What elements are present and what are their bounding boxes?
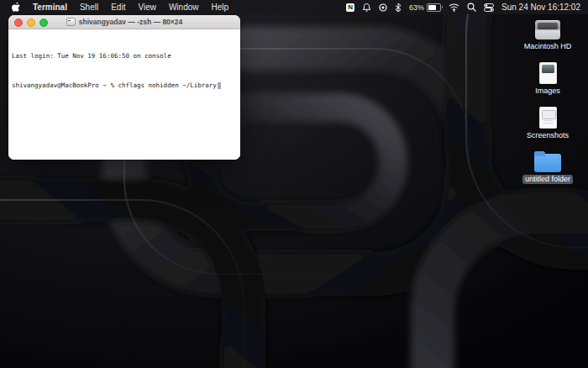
- desktop-icon-screenshots[interactable]: Screenshots: [512, 107, 583, 140]
- terminal-line-lastlogin: Last login: Tue Nov 19 16:06:50 on conso…: [12, 51, 237, 61]
- control-center-icon[interactable]: [484, 0, 494, 14]
- icon-label: Screenshots: [524, 131, 571, 140]
- image-file-icon: [539, 62, 557, 84]
- terminal-titlebar[interactable]: shivangyadav — -zsh — 80×24: [8, 15, 240, 29]
- icon-label: Images: [533, 87, 563, 96]
- desktop-icon-untitled-folder[interactable]: untitled folder: [512, 150, 583, 184]
- menu-app-name[interactable]: Terminal: [27, 0, 73, 14]
- terminal-content[interactable]: Last login: Tue Nov 19 16:06:50 on conso…: [8, 29, 240, 160]
- wifi-icon[interactable]: [449, 0, 459, 14]
- terminal-proxy-icon: [66, 18, 76, 26]
- battery-percent: 63%: [409, 3, 424, 12]
- desktop-icon-column: Macintosh HD Images Screenshots untitled…: [512, 20, 583, 184]
- traffic-lights: [14, 18, 48, 27]
- menu-help[interactable]: Help: [206, 0, 235, 14]
- terminal-line-prompt: shivangyadav@MacBookPro ~ % chflags nohi…: [12, 81, 237, 91]
- zoom-button[interactable]: [39, 18, 48, 27]
- terminal-cursor: [218, 82, 222, 89]
- spotlight-search-icon[interactable]: [467, 0, 476, 14]
- menu-view[interactable]: View: [132, 0, 162, 14]
- bell-icon[interactable]: [362, 0, 371, 14]
- desktop-icon-images[interactable]: Images: [512, 62, 583, 96]
- menu-shell[interactable]: Shell: [74, 0, 104, 14]
- bluetooth-icon[interactable]: [395, 0, 402, 14]
- menu-clock[interactable]: Sun 24 Nov 16:12:02: [501, 3, 580, 12]
- screenshot-file-icon: [539, 107, 557, 129]
- menu-edit[interactable]: Edit: [105, 0, 131, 14]
- minimize-button[interactable]: [27, 18, 35, 27]
- close-button[interactable]: [14, 18, 23, 27]
- apple-menu-icon[interactable]: [7, 2, 26, 13]
- icon-label: Macintosh HD: [522, 42, 575, 51]
- hard-drive-icon: [535, 20, 560, 39]
- menu-window[interactable]: Window: [163, 0, 205, 14]
- record-icon[interactable]: [379, 0, 387, 14]
- icon-label-selected: untitled folder: [522, 175, 573, 184]
- window-title-text: shivangyadav — -zsh — 80×24: [79, 18, 183, 26]
- battery-icon[interactable]: 63%: [409, 0, 441, 14]
- blue-folder-icon: [534, 154, 561, 172]
- notion-icon[interactable]: N: [346, 0, 354, 14]
- window-title: shivangyadav — -zsh — 80×24: [66, 18, 183, 26]
- desktop-icon-macintosh-hd[interactable]: Macintosh HD: [512, 20, 583, 51]
- terminal-window: shivangyadav — -zsh — 80×24 Last login: …: [8, 15, 240, 160]
- menu-bar: Terminal Shell Edit View Window Help N 6…: [0, 0, 588, 14]
